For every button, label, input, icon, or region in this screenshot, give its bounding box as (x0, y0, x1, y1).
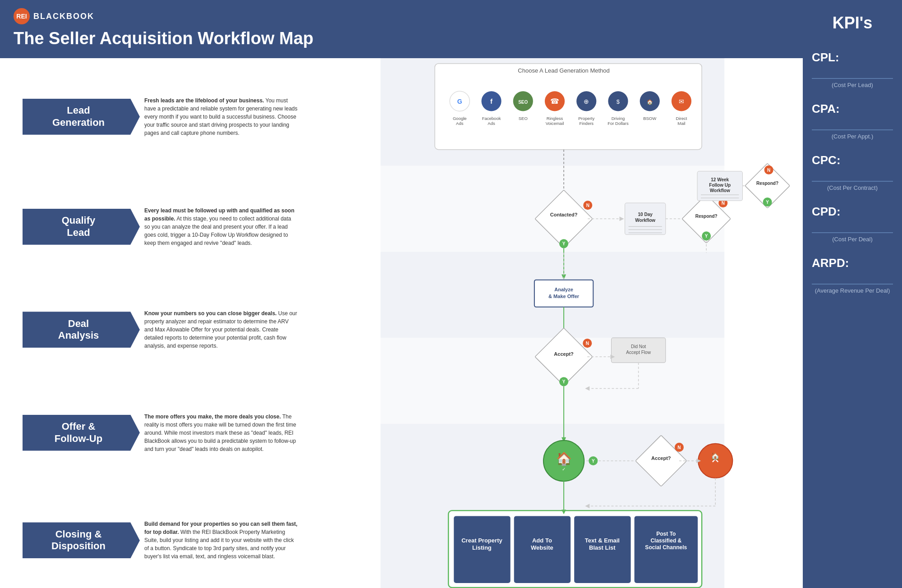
svg-text:Text & Email: Text & Email (585, 537, 620, 544)
svg-text:Classified &: Classified & (650, 537, 681, 544)
label-arrow-lead: Lead Generation (23, 99, 140, 135)
desc-row-deal: Know your numbers so you can close bigge… (144, 278, 298, 381)
svg-text:Accept?: Accept? (554, 351, 574, 357)
svg-text:Choose A Lead Generation Metho: Choose A Lead Generation Method (518, 67, 610, 74)
label-lead-line1: Lead (67, 105, 90, 116)
header: REI BLACKBOOK The Seller Acquisition Wor… (0, 0, 803, 58)
kpi-sub-cpc: (Cost Per Contract) (812, 184, 893, 191)
svg-text:N: N (677, 445, 681, 450)
svg-text:Y: Y (705, 234, 708, 239)
desc-qualify: Every lead must be followed up with and … (144, 207, 298, 247)
kpi-name-cpc: CPC: (812, 153, 893, 167)
kpi-line-arpd (812, 272, 893, 285)
blackbook-label: BLACKBOOK (33, 12, 94, 21)
label-closing-line1: Closing & (55, 528, 102, 540)
kpi-sub-cpa: (Cost Per Appt.) (812, 133, 893, 140)
svg-text:N: N (586, 341, 589, 346)
label-deal-line1: Deal (68, 318, 89, 330)
label-row-lead: Lead Generation (0, 58, 140, 175)
flowchart-column: Choose A Lead Generation Method G Google… (302, 58, 803, 588)
desc-deal: Know your numbers so you can close bigge… (144, 309, 298, 350)
label-qualify-line1: Qualify (62, 215, 96, 226)
kpi-item-cpl: CPL: (Cost Per Lead) (812, 51, 893, 88)
kpi-name-arpd: ARPD: (812, 256, 893, 270)
svg-text:🏠: 🏠 (647, 99, 653, 105)
rei-badge: REI (14, 8, 30, 24)
svg-text:N: N (586, 203, 589, 208)
kpi-item-arpd: ARPD: (Average Revenue Per Deal) (812, 256, 893, 294)
label-row-deal: Deal Analysis (0, 278, 140, 381)
kpi-sub-cpl: (Cost Per Lead) (812, 82, 893, 88)
desc-row-closing: Build demand for your properties so you … (144, 484, 298, 588)
flowchart-svg: Choose A Lead Generation Method G Google… (302, 58, 803, 588)
label-arrow-qualify: Qualify Lead (23, 209, 140, 245)
kpi-sub-cpd: (Cost Per Deal) (812, 236, 893, 243)
svg-text:Finders: Finders (579, 121, 594, 126)
svg-text:Ringless: Ringless (547, 116, 563, 121)
desc-row-qualify: Every lead must be followed up with and … (144, 175, 298, 278)
svg-text:☎: ☎ (550, 97, 559, 105)
svg-text:Analyze: Analyze (554, 287, 573, 292)
svg-text:N: N (722, 201, 725, 206)
svg-text:Respond?: Respond? (756, 181, 778, 186)
svg-text:Add To: Add To (532, 537, 552, 544)
svg-text:✓: ✓ (562, 467, 566, 472)
svg-text:SEO: SEO (519, 116, 528, 121)
svg-text:Follow Up: Follow Up (709, 183, 731, 188)
main-content: REI BLACKBOOK The Seller Acquisition Wor… (0, 0, 803, 588)
desc-row-lead: Fresh leads are the lifeblood of your bu… (144, 58, 298, 175)
label-offer-line1: Offer & (62, 421, 96, 432)
kpi-panel: KPI's CPL: (Cost Per Lead) CPA: (Cost Pe… (803, 0, 902, 588)
body-area: Lead Generation Qualify Lead Deal Analys… (0, 58, 803, 588)
desc-row-offer: The more offers you make, the more deals… (144, 381, 298, 484)
svg-text:⊕: ⊕ (584, 98, 589, 105)
svg-text:Contacted?: Contacted? (550, 212, 578, 217)
svg-text:Ads: Ads (488, 121, 495, 126)
kpi-name-cpa: CPA: (812, 102, 893, 116)
svg-text:12 Week: 12 Week (711, 177, 729, 182)
kpi-item-cpd: CPD: (Cost Per Deal) (812, 205, 893, 243)
svg-text:Direct: Direct (676, 116, 687, 121)
svg-text:Workflow: Workflow (710, 188, 730, 193)
svg-text:Creat Property: Creat Property (461, 537, 502, 544)
desc-closing: Build demand for your properties so you … (144, 520, 298, 560)
kpi-item-cpa: CPA: (Cost Per Appt.) (812, 102, 893, 140)
svg-text:Y: Y (562, 379, 566, 384)
label-closing-line2: Disposition (51, 540, 106, 552)
svg-text:Website: Website (531, 544, 553, 551)
kpi-item-cpc: CPC: (Cost Per Contract) (812, 153, 893, 191)
label-row-closing: Closing & Disposition (0, 484, 140, 588)
svg-rect-5 (435, 64, 702, 150)
svg-text:🏠: 🏠 (556, 451, 572, 466)
label-lead-line2: Generation (52, 117, 105, 129)
svg-text:Ads: Ads (456, 121, 464, 126)
svg-text:Y: Y (562, 241, 566, 246)
kpi-title: KPI's (833, 14, 873, 32)
desc-offer: The more offers you make, the more deals… (144, 413, 298, 453)
label-offer-line2: Follow-Up (55, 433, 102, 445)
label-row-offer: Offer & Follow-Up (0, 381, 140, 484)
label-arrow-offer: Offer & Follow-Up (23, 415, 140, 451)
svg-text:✉: ✉ (679, 98, 684, 105)
label-row-qualify: Qualify Lead (0, 175, 140, 278)
label-arrow-closing: Closing & Disposition (23, 522, 140, 558)
kpi-line-cpc (812, 169, 893, 182)
svg-text:SEO: SEO (518, 100, 528, 105)
svg-text:BSOW: BSOW (643, 116, 656, 121)
svg-text:Y: Y (766, 200, 769, 205)
svg-text:For Dollars: For Dollars (607, 121, 629, 126)
svg-text:🏠: 🏠 (711, 452, 720, 460)
svg-text:Mail: Mail (677, 121, 685, 126)
svg-text:Driving: Driving (612, 116, 625, 121)
svg-text:Accept Flow: Accept Flow (626, 350, 651, 355)
svg-text:Did Not: Did Not (631, 344, 646, 349)
svg-text:10 Day: 10 Day (638, 212, 653, 217)
desc-lead: Fresh leads are the lifeblood of your bu… (144, 96, 298, 137)
svg-text:Social Channels: Social Channels (645, 544, 687, 551)
svg-text:Property: Property (578, 116, 594, 121)
svg-text:Google: Google (453, 116, 467, 121)
kpi-line-cpa (812, 118, 893, 130)
descriptions-column: Fresh leads are the lifeblood of your bu… (140, 58, 302, 588)
kpi-sub-arpd: (Average Revenue Per Deal) (812, 287, 893, 294)
svg-text:Y: Y (592, 459, 595, 464)
